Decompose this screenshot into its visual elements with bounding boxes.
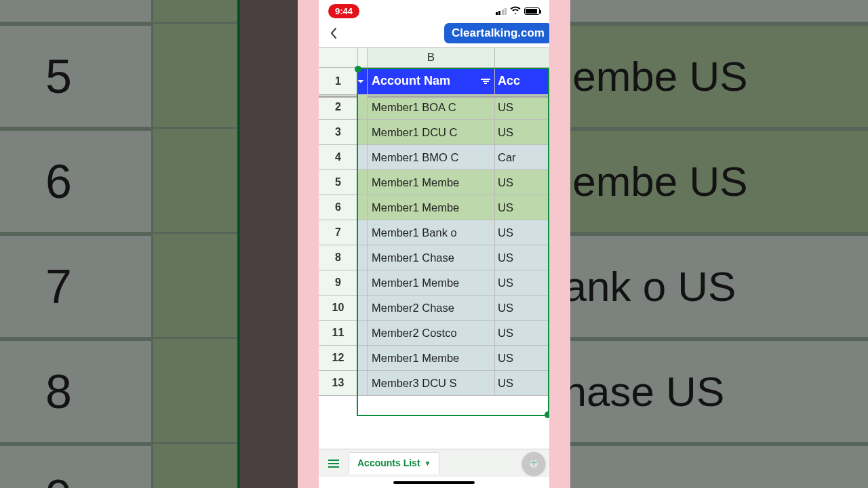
cell-a1[interactable]: ⏷ <box>358 68 368 95</box>
cell-col-c[interactable]: US <box>495 296 549 321</box>
table-row[interactable]: 10Member2 ChaseUS <box>319 296 549 321</box>
row-number[interactable]: 11 <box>319 321 358 346</box>
row-number[interactable]: 1 <box>319 68 358 95</box>
cell-account-name[interactable]: Member2 Chase <box>368 296 495 321</box>
select-all-corner[interactable] <box>319 48 358 68</box>
table-row[interactable]: 13Member3 DCU SUS <box>319 371 549 396</box>
table-row[interactable]: 3Member1 DCU CUS <box>319 120 549 145</box>
selection-handle[interactable] <box>545 411 549 418</box>
cell-a[interactable] <box>358 371 368 396</box>
cell-a[interactable] <box>358 220 368 245</box>
row-number[interactable]: 6 <box>319 195 358 220</box>
table-row[interactable]: 7Member1 Bank oUS <box>319 220 549 245</box>
row-number[interactable]: 9 <box>319 270 358 296</box>
cell-a[interactable] <box>358 95 368 120</box>
table-row[interactable]: 12Member1 MembeUS <box>319 346 549 371</box>
back-button[interactable] <box>324 23 343 46</box>
cell-col-c[interactable]: US <box>495 321 549 346</box>
sheet-tab-accounts-list[interactable]: Accounts List ▼ <box>349 452 439 474</box>
filter-icon: ⏷ <box>357 77 365 86</box>
table-header-row[interactable]: 1 ⏷ Account Nam Acc <box>319 68 549 95</box>
watermark-badge: Cleartalking.com <box>444 23 549 43</box>
cell-col-c[interactable]: US <box>495 346 549 371</box>
sheet-tab-label: Accounts List <box>357 458 420 468</box>
cell-account-name[interactable]: Member1 Chase <box>368 245 495 270</box>
cell-a[interactable] <box>358 346 368 371</box>
cell-account-name[interactable]: Member1 Membe <box>368 170 495 195</box>
cell-a[interactable] <box>358 145 368 170</box>
column-a-header[interactable] <box>358 48 368 68</box>
battery-icon <box>524 7 540 15</box>
cell-col-c[interactable]: US <box>495 270 549 296</box>
row-number[interactable]: 10 <box>319 296 358 321</box>
table-row[interactable]: 2Member1 BOA CUS <box>319 95 549 120</box>
status-indicators <box>496 5 540 16</box>
row-number[interactable]: 13 <box>319 371 358 396</box>
column-c-header[interactable] <box>495 48 549 68</box>
status-time: 9:44 <box>328 4 359 18</box>
row-number[interactable]: 3 <box>319 120 358 145</box>
cell-col-c[interactable]: US <box>495 170 549 195</box>
table-row[interactable]: 9Member1 MembeUS <box>319 270 549 296</box>
spreadsheet-grid[interactable]: B 1 ⏷ Account Nam Acc 2Member1 BOA CUS3M… <box>319 47 549 449</box>
row-number[interactable]: 5 <box>319 170 358 195</box>
row-number[interactable]: 4 <box>319 145 358 170</box>
cell-a[interactable] <box>358 270 368 296</box>
row-number[interactable]: 7 <box>319 220 358 245</box>
row-number[interactable]: 12 <box>319 346 358 371</box>
cell-account-name[interactable]: Member1 Membe <box>368 346 495 371</box>
cell-account-name[interactable]: Member1 Membe <box>368 270 495 296</box>
table-row[interactable]: 6Member1 MembeUS <box>319 195 549 220</box>
table-row[interactable]: 5Member1 MembeUS <box>319 170 549 195</box>
cell-account-name[interactable]: Member1 BOA C <box>368 95 495 120</box>
cell-col-c[interactable]: US <box>495 195 549 220</box>
cell-account-name[interactable]: Member1 DCU C <box>368 120 495 145</box>
table-row[interactable]: 8Member1 ChaseUS <box>319 245 549 270</box>
filter-icon[interactable] <box>481 79 490 84</box>
cell-col-c[interactable]: US <box>495 120 549 145</box>
table-row[interactable]: 11Member2 CostcoUS <box>319 321 549 346</box>
freeze-separator <box>319 96 549 98</box>
cell-a[interactable] <box>358 321 368 346</box>
phone-screen: 9:44 Cleartalking.com B 1 <box>319 0 549 488</box>
cell-account-name[interactable]: Member1 BMO C <box>368 145 495 170</box>
row-number[interactable]: 8 <box>319 245 358 270</box>
cell-col-c[interactable]: US <box>495 95 549 120</box>
cell-a[interactable] <box>358 296 368 321</box>
cell-account-name[interactable]: Member1 Membe <box>368 195 495 220</box>
header-account-name[interactable]: Account Nam <box>368 68 495 95</box>
column-headers: B <box>319 47 549 68</box>
header-account-col-c[interactable]: Acc <box>495 68 549 95</box>
cell-a[interactable] <box>358 120 368 145</box>
header-label: Account Nam <box>372 74 450 88</box>
column-b-header[interactable]: B <box>368 48 495 68</box>
cell-col-c[interactable]: US <box>495 245 549 270</box>
cell-account-name[interactable]: Member3 DCU S <box>368 371 495 396</box>
table-row[interactable]: 4Member1 BMO CCar <box>319 145 549 170</box>
cellular-icon <box>496 7 507 15</box>
status-bar: 9:44 <box>319 0 549 22</box>
cell-account-name[interactable]: Member1 Bank o <box>368 220 495 245</box>
cell-col-c[interactable]: Car <box>495 145 549 170</box>
cell-a[interactable] <box>358 170 368 195</box>
cell-a[interactable] <box>358 195 368 220</box>
wifi-icon <box>510 5 521 16</box>
chevron-down-icon: ▼ <box>425 460 431 467</box>
cell-a[interactable] <box>358 245 368 270</box>
row-number[interactable]: 2 <box>319 95 358 120</box>
add-sheet-button[interactable]: + <box>522 452 545 475</box>
all-sheets-button[interactable] <box>323 460 344 468</box>
cell-col-c[interactable]: US <box>495 371 549 396</box>
home-indicator <box>319 477 549 488</box>
cell-col-c[interactable]: US <box>495 220 549 245</box>
cell-account-name[interactable]: Member2 Costco <box>368 321 495 346</box>
sheet-tab-bar: Accounts List ▼ + <box>319 449 549 477</box>
